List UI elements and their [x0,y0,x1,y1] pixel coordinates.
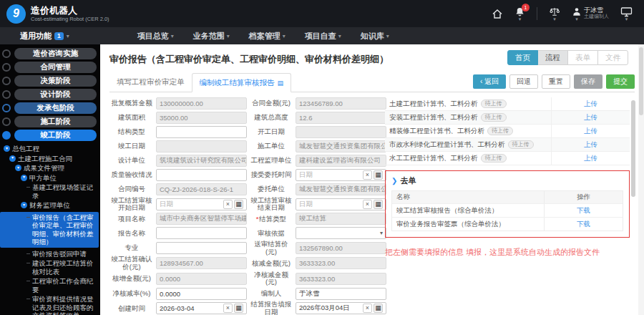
form-field-input-26[interactable]: 0.0000 [156,288,247,300]
nav-item-4[interactable]: 知识库▾ [361,31,389,42]
view-button-2[interactable]: 表单 [567,50,598,65]
upload-link-1[interactable]: 上传 [584,113,597,122]
nav-item-0[interactable]: 项目总览▾ [137,31,174,42]
form-field-input-19[interactable]: ▾ [296,227,386,239]
tab-0[interactable]: 填写工程审价审定单 [109,73,192,92]
clear-icon[interactable]: × [363,170,372,180]
monitor-icon[interactable]: ▾ [620,6,633,21]
home-icon[interactable] [492,9,503,19]
form-field-input-0: 130000000.00 [156,97,247,110]
sidebar-stage-5[interactable]: 施工阶段 [14,116,97,127]
form-field-input-4[interactable] [156,126,247,138]
view-button-3[interactable]: 文件 [597,50,628,65]
tab-1[interactable]: 编制竣工结算审核报告▤ [192,73,292,92]
clear-icon[interactable]: × [223,304,233,313]
tree-item-1[interactable]: ▾土建工程施工合同 [0,154,100,164]
form-field-label-1: 合同金额(元) [249,100,293,107]
sidebar-stage-1[interactable]: 合同管理 [14,62,97,73]
form-field-input-27[interactable]: 于冰雪 [296,288,386,300]
form-field-input-29[interactable]: 2026年03月04日×▦ [296,302,386,314]
tree-item-6[interactable]: 审价报告（含工程审价审定单、工程审价明细、审价材料价差明细） [0,212,99,248]
nav-item-2[interactable]: 档案管理▾ [249,31,286,42]
sidebar-stage-2[interactable]: 决策阶段 [14,75,97,87]
sidebar-stage-0[interactable]: 造价咨询实施 [14,48,97,59]
download-link-1[interactable]: 下载 [577,220,590,229]
tree-item-4[interactable]: 基建工程现场签证记录 [0,183,100,200]
calendar-icon[interactable]: ▦ [374,170,383,180]
notifications-bell-icon[interactable]: 1 ▾ [514,6,525,21]
form-field-label-6: 竣工日期 [109,142,154,150]
download-link-0[interactable]: 下载 [577,206,590,215]
nav-item-3[interactable]: 项目自查▾ [305,31,341,42]
clear-icon[interactable]: × [223,200,233,209]
calendar-icon[interactable]: ▦ [374,304,383,313]
tree-node-toggle-icon[interactable]: ▾ [21,175,27,181]
action-button-0[interactable]: ‹ 返回 [473,74,506,89]
tree-item-3[interactable]: ▾甲方单位 [0,173,100,183]
sidebar-stage-4[interactable]: 发承包阶段 [14,102,97,114]
form-field-input-18[interactable] [156,227,247,239]
organization-scales-icon[interactable]: ▾ [549,6,560,21]
tree-item-2[interactable]: ▾成果文件管理 [0,163,100,173]
red-annotation-text: 把左侧需要填报的信息 填报，这里是系统自动生成的报告文件 [385,247,630,258]
page-scrollbar-thumb[interactable] [639,47,643,115]
action-button-2[interactable]: 重置 [542,74,570,89]
sidebar-stage-3[interactable]: 设计阶段 [14,89,97,100]
upload-link-2[interactable]: 上传 [584,127,597,136]
user-menu[interactable]: ▾ 于冰雪 土建编制人 [572,6,609,21]
tree-item-0[interactable]: ▾总包工程 [0,144,100,154]
clear-icon[interactable]: × [363,200,372,209]
tree-item-label: 审价报告（含工程审价审定单、工程审价明细、审价材料价差明细） [32,213,97,246]
calendar-icon[interactable]: ▦ [374,200,383,209]
calendar-icon[interactable]: ▦ [234,304,243,313]
app-title-block: 造价机器人 Cost-estimating Robot (CER 2.0) [31,6,109,22]
form-field-label-22: 竣工结算确认价(元) [109,256,154,271]
form-field-input-14[interactable]: 日期×▦ [156,198,247,210]
page-scrollbar-track[interactable] [638,44,644,315]
tree-item-5[interactable]: ▾财务监理单位 [0,200,100,210]
form-field-label-23: 核减金额(元) [249,260,293,268]
view-button-group: 首页流程表单文件 [508,50,628,65]
panel-scrollbar-thumb[interactable] [631,100,635,197]
required-star: * [256,215,259,223]
form-field-label-11: 接受委托时间 [249,171,293,179]
stage-circle [2,63,11,72]
user-role: 土建编制人 [584,14,609,19]
calendar-icon[interactable]: ▦ [234,200,243,209]
view-button-1[interactable]: 流程 [537,50,568,65]
view-button-0[interactable]: 首页 [507,50,538,65]
action-button-1[interactable]: 回退 [509,74,538,89]
tree-item-9[interactable]: 工程审价工作会商纪要 [0,276,100,294]
tree-item-label: 甲方单位 [29,174,99,183]
form-field-input-7: 城发智慧交通投资集团有限公司 [296,140,386,152]
tree-node-toggle-icon[interactable]: ▾ [15,165,21,171]
sidebar: 造价咨询实施合同管理决策阶段设计阶段发承包阶段施工阶段竣工阶段 ▾总包工程▾土建… [0,44,100,315]
form-field-input-10[interactable] [156,169,247,181]
tree-item-8[interactable]: 建设工程竣工结算价核对比表 [0,258,100,276]
form-field-input-20[interactable] [156,242,247,254]
action-button-4[interactable]: 提交 [606,74,635,89]
form-field-input-11[interactable]: 日期×▦ [296,169,386,181]
status-badge: 待上传 [481,154,507,163]
tree-item-label: 审价报告驳回申请 [32,250,99,258]
tree-item-10[interactable]: 审价资料提供情况登记表及归还给顾客的文件资料签收单 [0,294,100,315]
clear-icon[interactable]: × [363,304,372,313]
sidebar-stage-6[interactable]: 竣工阶段 [14,130,97,141]
tree-node-toggle-icon[interactable]: ▾ [4,145,10,152]
status-badge: 待上传 [487,127,513,135]
upload-link-0[interactable]: 上传 [584,100,597,109]
stage-circle [2,117,11,126]
tree-node-toggle-icon[interactable]: ▾ [21,202,27,208]
tree-item-7[interactable]: 审价报告驳回申请 [0,249,100,259]
form-field-input-15[interactable]: 日期×▦ [296,198,386,210]
upload-link-3[interactable]: 上传 [584,140,597,150]
action-button-3[interactable]: 保存 [574,74,602,89]
tree-item-label: 总包工程 [12,145,99,153]
upload-link-4[interactable]: 上传 [584,154,597,163]
stage-row-1: 合同管理 [0,60,100,74]
form-field-input-28[interactable]: 2026-03-04×▦ [156,302,247,314]
upload-row-4: 水工工程量计算书、工料分析待上传上传 [385,152,630,165]
nav-common-functions[interactable]: 通用功能 1 ▾ [20,31,69,42]
tree-node-toggle-icon[interactable]: ▾ [9,155,16,162]
nav-item-1[interactable]: 业务范围▾ [193,31,230,42]
